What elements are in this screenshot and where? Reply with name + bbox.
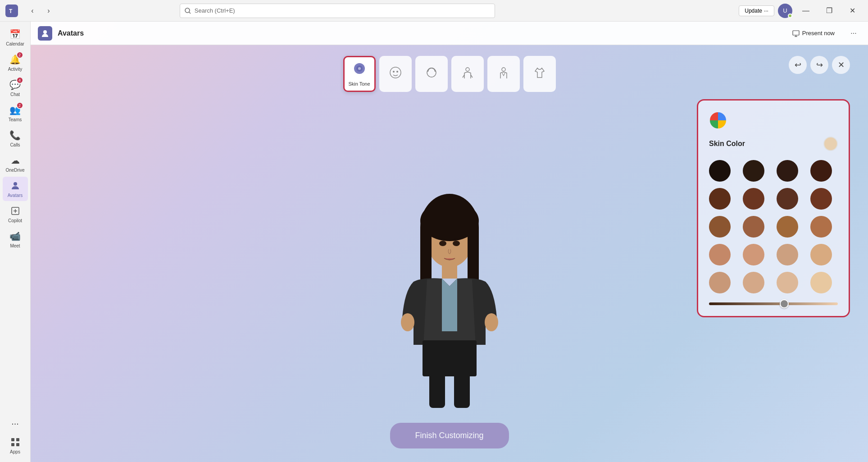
svg-point-24 [502, 68, 505, 71]
activity-icon: 🔔 2 [9, 53, 22, 66]
user-avatar[interactable]: U [778, 4, 792, 18]
sidebar-item-calls[interactable]: 📞 Calls [3, 126, 28, 151]
content-topbar: Avatars Present now ··· [31, 22, 868, 45]
meet-icon: 📹 [9, 230, 22, 242]
skin-panel-header: Skin Color [709, 137, 838, 151]
sidebar-label-meet: Meet [10, 243, 20, 249]
toolbar-btn-hair[interactable] [415, 56, 448, 92]
update-button[interactable]: Update ··· [739, 5, 774, 16]
more-icon: ··· [9, 417, 22, 430]
editor-toolbar: Skin Tone [343, 56, 556, 92]
back-button[interactable]: ‹ [25, 4, 40, 18]
sidebar-label-onedrive: OneDrive [5, 168, 24, 173]
main-content: Skin Tone [31, 45, 868, 462]
hair-icon [425, 66, 438, 82]
skin-slider[interactable] [709, 302, 838, 305]
color-swatch-c20[interactable] [810, 272, 832, 293]
svg-point-31 [401, 313, 414, 331]
toolbar-btn-clothing[interactable] [523, 56, 556, 92]
sidebar-item-apps[interactable]: Apps [3, 433, 28, 457]
color-swatch-c8[interactable] [810, 188, 832, 210]
color-swatch-c17[interactable] [709, 272, 731, 293]
page-title: Avatars [58, 29, 84, 37]
sidebar-label-activity: Activity [8, 67, 23, 72]
search-bar[interactable]: Search (Ctrl+E) [180, 4, 495, 18]
apps-icon [9, 436, 22, 448]
sidebar-label-calendar: Calendar [6, 41, 24, 47]
sidebar-item-activity[interactable]: 🔔 2 Activity [3, 50, 28, 75]
close-button[interactable]: ✕ [843, 4, 863, 18]
minimize-button[interactable]: — [796, 4, 816, 18]
color-swatch-c1[interactable] [709, 160, 731, 182]
color-swatch-c19[interactable] [777, 272, 798, 293]
svg-point-10 [43, 30, 47, 34]
svg-point-37 [453, 241, 460, 246]
skin-tone-icon [353, 62, 366, 78]
title-bar: T ‹ › Search (Ctrl+E) Update ··· U — ❐ ✕ [0, 0, 868, 22]
color-swatch-c16[interactable] [810, 244, 832, 265]
forward-button[interactable]: › [41, 4, 56, 18]
color-swatch-c14[interactable] [743, 244, 764, 265]
avatars-icon [9, 179, 22, 192]
sidebar-item-chat[interactable]: 💬 4 Chat [3, 76, 28, 100]
color-swatch-c13[interactable] [709, 244, 731, 265]
svg-rect-30 [442, 263, 457, 279]
svg-point-4 [14, 182, 17, 186]
svg-point-19 [396, 71, 398, 73]
svg-point-17 [390, 67, 401, 78]
maximize-button[interactable]: ❐ [819, 4, 839, 18]
finish-customizing-button[interactable]: Finish Customizing [390, 423, 509, 448]
chat-icon: 💬 4 [9, 78, 22, 91]
color-swatch-c7[interactable] [777, 188, 798, 210]
search-placeholder: Search (Ctrl+E) [195, 7, 235, 14]
color-swatch-c12[interactable] [810, 216, 832, 238]
present-now-button[interactable]: Present now [786, 27, 841, 40]
accessories-icon [497, 66, 510, 82]
calls-icon: 📞 [9, 129, 22, 142]
color-swatch-c18[interactable] [743, 272, 764, 293]
toolbar-btn-skin-tone[interactable]: Skin Tone [343, 56, 376, 92]
nav-controls: ‹ › [25, 4, 56, 18]
slider-container[interactable] [709, 302, 838, 305]
color-grid [709, 160, 838, 293]
color-swatch-c5[interactable] [709, 188, 731, 210]
svg-rect-28 [420, 223, 432, 286]
sidebar-label-calls: Calls [10, 142, 20, 148]
color-swatch-c9[interactable] [709, 216, 731, 238]
color-swatch-c3[interactable] [777, 160, 798, 182]
toolbar-btn-body[interactable] [451, 56, 484, 92]
sidebar-item-teams[interactable]: 👥 2 Teams [3, 101, 28, 125]
sidebar-item-more[interactable]: ··· [3, 414, 28, 432]
skin-panel-title: Skin Color [709, 140, 745, 148]
search-icon [185, 8, 191, 14]
toolbar-btn-face[interactable] [379, 56, 412, 92]
slider-thumb[interactable] [780, 299, 789, 308]
sidebar-item-calendar[interactable]: 📅 Calendar [3, 25, 28, 50]
sidebar-item-meet[interactable]: 📹 Meet [3, 227, 28, 252]
svg-rect-7 [16, 438, 19, 441]
redo-button[interactable]: ↪ [810, 56, 828, 74]
color-swatch-c15[interactable] [777, 244, 798, 265]
teams-icon: 👥 2 [9, 104, 22, 116]
toolbar-btn-accessories[interactable] [487, 56, 520, 92]
clothing-icon [533, 66, 546, 82]
color-swatch-c6[interactable] [743, 188, 764, 210]
copilot-icon [9, 205, 22, 217]
sidebar-item-onedrive[interactable]: ☁ OneDrive [3, 151, 28, 176]
svg-rect-29 [468, 223, 479, 286]
undo-button[interactable]: ↩ [789, 56, 807, 74]
present-icon [792, 30, 800, 37]
editor-close-button[interactable]: ✕ [832, 56, 850, 74]
more-options-button[interactable]: ··· [846, 26, 861, 41]
color-swatch-c2[interactable] [743, 160, 764, 182]
svg-rect-9 [16, 443, 19, 446]
sidebar-item-avatars[interactable]: Avatars [3, 177, 28, 201]
skin-panel-top [709, 111, 838, 129]
color-swatch-c10[interactable] [743, 216, 764, 238]
sidebar-item-copilot[interactable]: Copilot [3, 202, 28, 226]
editor-controls: ↩ ↪ ✕ [789, 56, 850, 74]
onedrive-icon: ☁ [9, 154, 22, 167]
body-icon [461, 66, 474, 82]
color-swatch-c4[interactable] [810, 160, 832, 182]
color-swatch-c11[interactable] [777, 216, 798, 238]
